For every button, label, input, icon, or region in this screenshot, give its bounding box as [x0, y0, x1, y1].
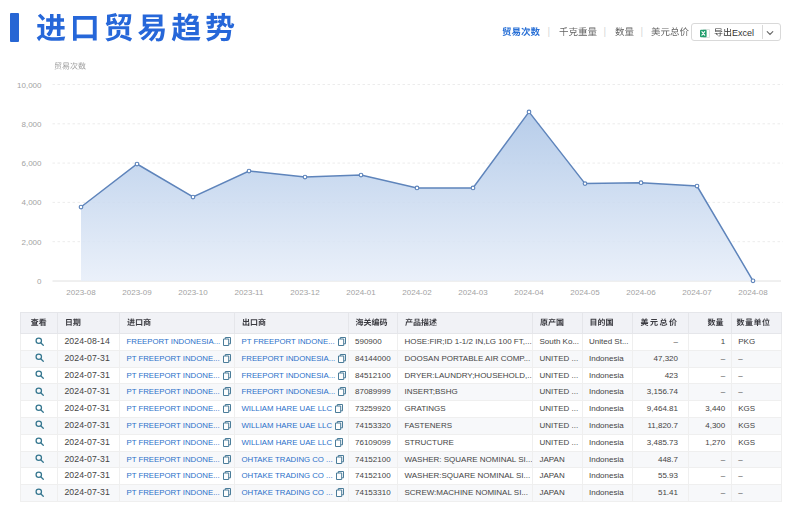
svg-text:2023-08: 2023-08	[66, 288, 96, 297]
svg-text:2024-07: 2024-07	[682, 288, 712, 297]
svg-text:6,000: 6,000	[21, 159, 42, 168]
svg-text:0: 0	[37, 277, 42, 286]
svg-text:2024-06: 2024-06	[626, 288, 656, 297]
svg-text:2024-08: 2024-08	[738, 288, 768, 297]
svg-text:2024-04: 2024-04	[514, 288, 544, 297]
svg-text:2023-12: 2023-12	[290, 288, 320, 297]
svg-text:2024-01: 2024-01	[346, 288, 376, 297]
svg-text:2,000: 2,000	[21, 238, 42, 247]
svg-text:2024-05: 2024-05	[570, 288, 600, 297]
svg-text:2024-02: 2024-02	[402, 288, 432, 297]
svg-text:2023-10: 2023-10	[178, 288, 208, 297]
svg-text:2023-09: 2023-09	[122, 288, 152, 297]
svg-text:10,000: 10,000	[17, 81, 42, 90]
svg-text:2024-03: 2024-03	[458, 288, 488, 297]
svg-text:4,000: 4,000	[21, 198, 42, 207]
svg-text:2023-11: 2023-11	[235, 288, 264, 297]
svg-text:8,000: 8,000	[21, 120, 42, 129]
